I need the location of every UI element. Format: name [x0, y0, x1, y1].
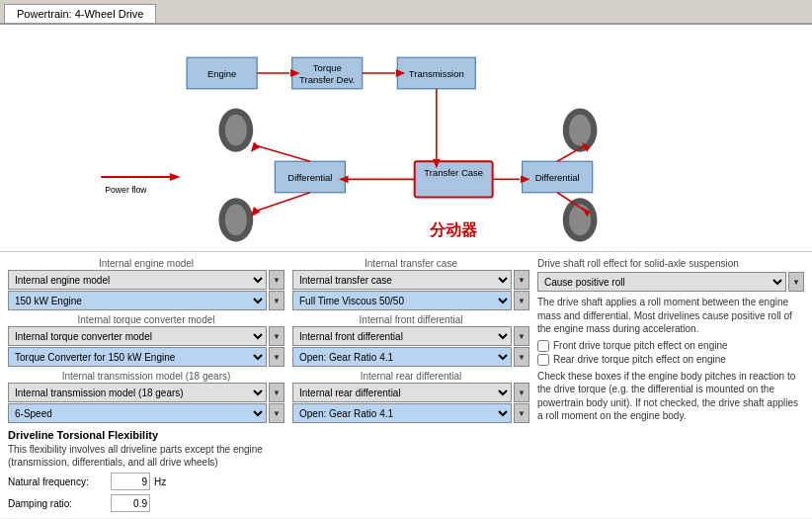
transmission-form-label: Internal transmission model (18 gears) [8, 371, 284, 382]
torque-select-top[interactable]: Internal torque converter model [8, 326, 267, 346]
engine-dropdown-btn-bottom[interactable]: ▼ [269, 291, 284, 310]
trans-form-row-bottom: 6-Speed ▼ [8, 403, 284, 423]
trans-select-bottom[interactable]: 6-Speed [8, 403, 267, 423]
tc-select-top[interactable]: Internal transfer case [292, 270, 512, 290]
arrow-leftdiff-top [257, 145, 310, 161]
right-title: Drive shaft roll effect for solid-axle s… [537, 258, 804, 269]
torque-converter-form-group: Internal torque converter model Internal… [8, 314, 284, 367]
rear-torque-checkbox-row: Rear drive torque pitch effect on engine [537, 354, 804, 366]
fd-select-top[interactable]: Internal front differential [292, 326, 512, 346]
torque-form-row-top: Internal torque converter model ▼ [8, 326, 284, 346]
natural-freq-input[interactable]: 9 [111, 473, 150, 490]
fd-select-bottom[interactable]: Open: Gear Ratio 4.1 [292, 347, 512, 367]
transmission-form-group: Internal transmission model (18 gears) I… [8, 371, 284, 423]
front-torque-checkbox-row: Front drive torque pitch effect on engin… [537, 340, 804, 352]
torque-transfer-label1: Torque [313, 62, 342, 73]
front-torque-label: Front drive torque pitch effect on engin… [553, 340, 728, 351]
driveline-desc: This flexibility involves all driveline … [8, 443, 284, 469]
rd-select-top[interactable]: Internal rear differential [292, 383, 512, 402]
rear-diff-form-group: Internal rear differential Internal rear… [292, 371, 529, 423]
engine-form-row2: 150 kW Engine ▼ [8, 291, 284, 310]
fd-dropdown-btn-top[interactable]: ▼ [514, 326, 529, 346]
torque-dropdown-btn-top[interactable]: ▼ [269, 326, 284, 346]
driveline-section: Driveline Torsional Flexibility This fle… [8, 429, 284, 512]
tc-dropdown-btn-bottom[interactable]: ▼ [514, 291, 529, 310]
tab-powertrain-4wd[interactable]: Powertrain: 4-Wheel Drive [4, 4, 156, 23]
damping-row: Damping ratio: 0.9 [8, 494, 284, 512]
rear-torque-label: Rear drive torque pitch effect on engine [553, 354, 726, 365]
tire-top-right-inner [569, 115, 591, 146]
tire-bottom-left-inner [225, 205, 247, 236]
trans-form-row-top: Internal transmission model (18 gears) ▼ [8, 383, 284, 402]
trans-dropdown-btn-bottom[interactable]: ▼ [269, 403, 284, 423]
front-torque-checkbox[interactable] [537, 340, 549, 352]
rd-select-bottom[interactable]: Open: Gear Ratio 4.1 [292, 403, 512, 423]
fd-dropdown-btn-bottom[interactable]: ▼ [514, 347, 529, 367]
engine-label: Engine [207, 68, 236, 79]
tc-form-row-top: Internal transfer case ▼ [292, 270, 529, 290]
power-flow-arrowhead [170, 173, 181, 181]
tc-dropdown-btn-top[interactable]: ▼ [514, 270, 529, 290]
torque-select-bottom[interactable]: Torque Converter for 150 kW Engine [8, 347, 267, 367]
tc-select-bottom[interactable]: Full Time Viscous 50/50 [292, 291, 512, 310]
trans-select-top[interactable]: Internal transmission model (18 gears) [8, 383, 267, 402]
rear-torque-checkbox[interactable] [537, 354, 549, 366]
arrowhead-leftdiff-bottom [251, 207, 260, 216]
roll-effect-dropdown[interactable]: Cause positive roll [537, 272, 786, 292]
trans-dropdown-btn-top[interactable]: ▼ [269, 383, 284, 402]
engine-form-row: Internal engine model ▼ [8, 270, 284, 290]
fd-form-row-top: Internal front differential ▼ [292, 326, 529, 346]
natural-freq-row: Natural frequency: 9 Hz [8, 473, 284, 490]
torque-form-row-bottom: Torque Converter for 150 kW Engine ▼ [8, 347, 284, 367]
engine-select-bottom[interactable]: 150 kW Engine [8, 291, 267, 310]
transfer-case-form-group: Internal transfer case Internal transfer… [292, 258, 529, 310]
torque-converter-form-label: Internal torque converter model [8, 314, 284, 325]
tire-top-left-inner [225, 115, 247, 146]
tc-form-row-bottom: Full Time Viscous 50/50 ▼ [292, 291, 529, 310]
rear-diff-form-label: Internal rear differential [292, 371, 529, 382]
engine-select-top[interactable]: Internal engine model [8, 270, 267, 290]
chinese-label: 分动器 [429, 221, 478, 238]
tire-bottom-right-inner [569, 205, 591, 236]
damping-input[interactable]: 0.9 [111, 494, 150, 512]
arrow-leftdiff-bottom [257, 193, 310, 211]
natural-freq-label: Natural frequency: [8, 476, 107, 487]
front-diff-form-label: Internal front differential [292, 314, 529, 325]
rd-dropdown-btn-bottom[interactable]: ▼ [514, 403, 529, 423]
front-diff-form-group: Internal front differential Internal fro… [292, 314, 529, 367]
diagram-area: Engine Torque Transfer Dev. Transmission… [0, 25, 812, 252]
powertrain-diagram: Engine Torque Transfer Dev. Transmission… [0, 25, 812, 251]
right-panel: Drive shaft roll effect for solid-axle s… [537, 258, 804, 512]
engine-form-group: Internal engine model Internal engine mo… [8, 258, 284, 310]
differential-right-label: Differential [535, 172, 580, 183]
arrowhead-leftdiff-top [251, 141, 260, 151]
engine-form-label: Internal engine model [8, 258, 284, 269]
torque-dropdown-btn-bottom[interactable]: ▼ [269, 347, 284, 367]
damping-label: Damping ratio: [8, 498, 107, 509]
engine-dropdown-btn-top[interactable]: ▼ [269, 270, 284, 290]
main-content: Engine Torque Transfer Dev. Transmission… [0, 25, 812, 518]
middle-panel: Internal transfer case Internal transfer… [292, 258, 529, 512]
left-panel: Internal engine model Internal engine mo… [8, 258, 284, 512]
rd-form-row-top: Internal rear differential ▼ [292, 383, 529, 402]
rd-dropdown-btn-top[interactable]: ▼ [514, 383, 529, 402]
right-dropdown-row: Cause positive roll ▼ [537, 272, 804, 292]
natural-freq-unit: Hz [154, 476, 166, 487]
rd-form-row-bottom: Open: Gear Ratio 4.1 ▼ [292, 403, 529, 423]
bottom-panel: Internal engine model Internal engine mo… [0, 252, 812, 518]
right-desc: The drive shaft applies a roll moment be… [537, 296, 804, 336]
transfer-case-label1: Transfer Case [424, 167, 483, 178]
power-flow-label: Power flow [105, 185, 147, 195]
tab-bar: Powertrain: 4-Wheel Drive [0, 0, 812, 25]
transmission-label: Transmission [409, 68, 464, 79]
driveline-title: Driveline Torsional Flexibility [8, 429, 284, 441]
fd-form-row-bottom: Open: Gear Ratio 4.1 ▼ [292, 347, 529, 367]
transfer-case-form-label: Internal transfer case [292, 258, 529, 269]
roll-effect-dropdown-btn[interactable]: ▼ [788, 272, 804, 292]
torque-transfer-label2: Transfer Dev. [299, 74, 355, 85]
right-desc2: Check these boxes if the engine body pit… [537, 370, 804, 423]
differential-left-label: Differential [287, 172, 332, 183]
